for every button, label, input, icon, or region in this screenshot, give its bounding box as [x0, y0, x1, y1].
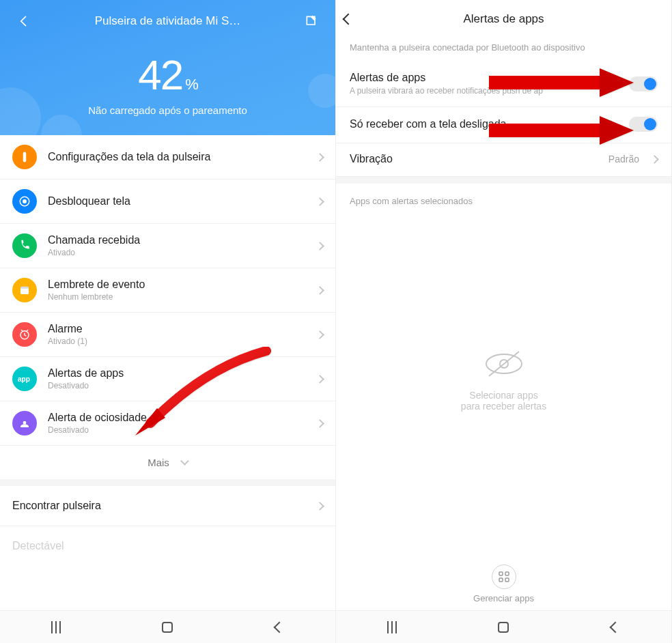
page-title: Pulseira de atividade Mi S…: [95, 14, 241, 28]
back-button[interactable]: [343, 14, 354, 25]
system-nav-bar: [336, 610, 671, 643]
chevron-right-icon: [316, 502, 324, 511]
top-bar: Alertas de apps: [336, 0, 671, 37]
grid-icon: [492, 565, 516, 589]
section-divider: [0, 479, 335, 486]
chevron-right-icon: [316, 419, 324, 428]
edit-button[interactable]: [300, 10, 323, 33]
settings-row-idle[interactable]: Alerta de ociosidadeDesativado: [0, 401, 335, 446]
nav-recent-button[interactable]: [372, 616, 412, 638]
detectable-label: Detectável: [12, 540, 64, 552]
selected-apps-hint: Apps com alertas selecionados: [336, 184, 671, 206]
row-label: Alerta de ociosidade: [48, 412, 311, 424]
battery-percentage: 42: [138, 51, 182, 99]
back-button[interactable]: [12, 10, 36, 33]
row-subtitle: Nenhum lembrete: [48, 292, 311, 302]
detectable-row[interactable]: Detectável: [0, 526, 335, 566]
more-button[interactable]: Mais: [0, 446, 335, 479]
settings-row-calendar[interactable]: Lembrete de eventoNenhum lembrete: [0, 268, 335, 313]
empty-line-1: Selecionar apps: [469, 390, 537, 401]
phone-icon: [12, 233, 37, 258]
row-label: Alertas de apps: [48, 367, 311, 380]
app-alerts-toggle-row[interactable]: Alertas de apps A pulseira vibrará ao re…: [336, 62, 671, 107]
screen-band-settings: Pulseira de atividade Mi S… 42 % Não car…: [0, 0, 336, 643]
manage-apps-label: Gerenciar apps: [336, 593, 671, 603]
row-label: Chamada recebida: [48, 234, 311, 246]
svg-rect-7: [23, 421, 27, 425]
decorative-circle: [41, 115, 82, 135]
svg-rect-0: [23, 152, 27, 162]
screen-off-toggle[interactable]: [629, 117, 658, 132]
chevron-right-icon: [316, 286, 324, 295]
app-alerts-toggle[interactable]: [629, 76, 658, 91]
row-subtitle: Ativado (1): [48, 337, 311, 346]
row-label: Lembrete de evento: [48, 278, 311, 291]
app-alerts-description: A pulseira vibrará ao receber notificaçõ…: [350, 86, 629, 96]
find-band-row[interactable]: Encontrar pulseira: [0, 486, 335, 526]
empty-state: Selecionar apps para receber alertas: [336, 206, 671, 552]
chevron-right-icon: [316, 375, 324, 384]
row-label: Desbloquear tela: [48, 195, 311, 208]
system-nav-bar: [0, 610, 335, 643]
manage-apps-button[interactable]: Gerenciar apps: [336, 552, 671, 610]
screen-app-alerts: Alertas de apps Mantenha a pulseira cone…: [336, 0, 672, 643]
row-label: Alarme: [48, 323, 311, 335]
nav-recent-button[interactable]: [36, 616, 76, 638]
row-subtitle: Desativado: [48, 381, 311, 390]
eye-off-icon: [482, 347, 526, 380]
nav-home-button[interactable]: [483, 616, 524, 638]
app-alerts-label: Alertas de apps: [350, 72, 629, 84]
nav-home-button[interactable]: [147, 616, 188, 638]
battery-subtitle: Não carregado após o pareamento: [12, 104, 323, 116]
row-subtitle: Ativado: [48, 248, 311, 257]
screen-off-toggle-row[interactable]: Só receber com a tela desligada: [336, 107, 671, 143]
settings-row-phone[interactable]: Chamada recebidaAtivado: [0, 224, 335, 268]
chevron-down-icon: [180, 457, 189, 466]
svg-rect-12: [499, 572, 503, 575]
vibration-row[interactable]: Vibração Padrão: [336, 143, 671, 177]
row-label: Configurações da tela da pulseira: [48, 151, 311, 163]
settings-list: Configurações da tela da pulseiraDesbloq…: [0, 135, 335, 446]
settings-row-unlock[interactable]: Desbloquear tela: [0, 180, 335, 224]
chevron-right-icon: [316, 153, 324, 162]
idle-icon: [12, 411, 37, 435]
chevron-right-icon: [316, 242, 324, 251]
connection-hint: Mantenha a pulseira conectada por Blueto…: [336, 37, 671, 62]
percent-symbol: %: [185, 76, 197, 94]
settings-row-alarm[interactable]: AlarmeAtivado (1): [0, 313, 335, 357]
alarm-icon: [12, 322, 37, 347]
chevron-right-icon: [316, 197, 324, 206]
unlock-icon: [12, 189, 37, 214]
hero-top-bar: Pulseira de atividade Mi S…: [12, 10, 323, 33]
section-divider: [336, 177, 671, 184]
app-icon: app: [12, 367, 37, 391]
find-band-label: Encontrar pulseira: [12, 500, 101, 512]
nav-back-button[interactable]: [595, 616, 636, 638]
settings-row-band[interactable]: Configurações da tela da pulseira: [0, 135, 335, 180]
empty-line-2: para receber alertas: [461, 401, 546, 412]
more-label: Mais: [148, 457, 169, 468]
svg-line-11: [489, 352, 519, 376]
vibration-label: Vibração: [350, 153, 608, 165]
page-title: Alertas de apps: [463, 12, 544, 26]
screen-off-label: Só receber com a tela desligada: [350, 118, 629, 130]
settings-row-app[interactable]: appAlertas de appsDesativado: [0, 357, 335, 401]
band-icon: [12, 145, 37, 169]
svg-rect-15: [505, 578, 509, 582]
battery-status: 42 % Não carregado após o pareamento: [12, 51, 323, 116]
svg-point-2: [23, 200, 27, 203]
chevron-right-icon: [650, 155, 659, 164]
nav-back-button[interactable]: [259, 616, 300, 638]
calendar-icon: [12, 278, 37, 302]
svg-rect-4: [20, 287, 29, 289]
svg-rect-14: [499, 578, 503, 582]
svg-rect-13: [505, 572, 509, 575]
hero-banner: Pulseira de atividade Mi S… 42 % Não car…: [0, 0, 335, 135]
row-subtitle: Desativado: [48, 425, 311, 435]
svg-text:app: app: [18, 375, 30, 383]
chevron-right-icon: [316, 330, 324, 339]
vibration-value: Padrão: [608, 154, 639, 165]
